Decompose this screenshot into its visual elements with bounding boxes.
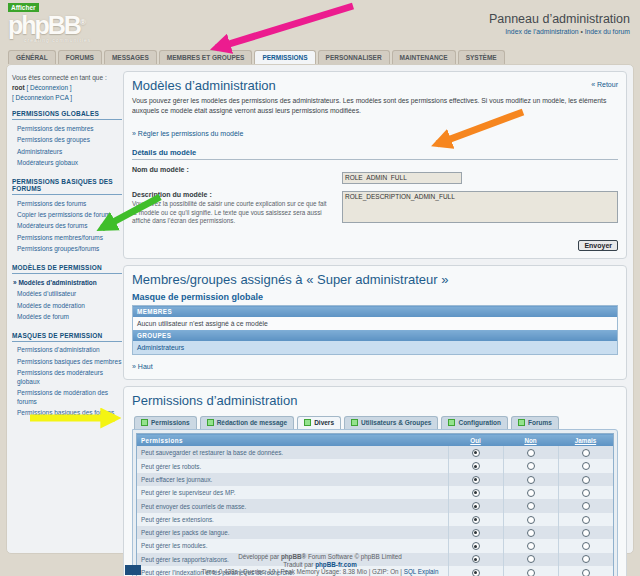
radio-non[interactable] — [527, 542, 535, 550]
sidebar-item-permissions-forums[interactable]: Permissions des forums — [12, 198, 122, 209]
group-administrateurs-link[interactable]: Administrateurs — [133, 341, 618, 355]
ptab-label: Divers — [314, 419, 334, 426]
radio-jamais[interactable] — [582, 489, 590, 497]
role-desc-help: Vous avez la possibilité de saisir une c… — [132, 200, 332, 226]
link-separator: • — [580, 28, 582, 35]
radio-jamais[interactable] — [582, 462, 590, 470]
sidebar-item-permissions-groupes-forums[interactable]: Permissions groupes/forums — [12, 244, 122, 255]
radio-jamais[interactable] — [582, 516, 590, 524]
footer-stats-text: Time: 0.438s | Queries: 10 | Peak Memory… — [201, 568, 403, 575]
radio-oui[interactable] — [472, 529, 480, 537]
role-desc-textarea[interactable]: ROLE_DESCRIPTION_ADMIN_FULL — [342, 191, 618, 223]
table-row: Peut envoyer des courriels de masse. — [137, 499, 614, 512]
table-row: Peut gérer les robots. — [137, 459, 614, 472]
submit-role-details-button[interactable]: Envoyer — [578, 240, 618, 251]
radio-oui[interactable] — [472, 542, 480, 550]
sidebar-section-permission-roles: MODÈLES DE PERMISSION » Modèles d’admini… — [12, 264, 122, 323]
radio-jamais[interactable] — [582, 542, 590, 550]
footer-phpbb-fr-link[interactable]: phpBB-fr.com — [315, 561, 357, 568]
sidebar-section-title: PERMISSIONS GLOBALES — [12, 110, 122, 120]
ptab-redaction[interactable]: Rédaction de message — [200, 416, 294, 429]
footer-phpbb-brand[interactable]: phpBB® — [281, 553, 306, 560]
col-jamais-link[interactable]: Jamais — [575, 437, 596, 444]
tab-forums[interactable]: FORUMS — [58, 50, 102, 64]
radio-jamais[interactable] — [582, 529, 590, 537]
radio-non[interactable] — [527, 516, 535, 524]
radio-oui[interactable] — [472, 476, 480, 484]
ptab-permissions[interactable]: Permissions — [134, 416, 197, 429]
radio-oui[interactable] — [472, 502, 480, 510]
permission-label: Peut gérer les robots. — [137, 459, 449, 472]
tab-membres-et-groupes[interactable]: MEMBRES ET GROUPES — [159, 50, 253, 64]
sidebar-section-title: MASQUES DE PERMISSION — [12, 332, 122, 342]
role-name-input[interactable] — [342, 172, 462, 184]
radio-oui[interactable] — [472, 449, 480, 457]
radio-oui[interactable] — [472, 489, 480, 497]
sidebar-item-permissions-membres[interactable]: Permissions des membres — [12, 123, 122, 134]
sql-explain-link[interactable]: SQL Explain — [404, 568, 439, 575]
sidebar-item-permissions-basiques-membres[interactable]: Permissions basiques des membres — [12, 356, 122, 367]
tab-systeme[interactable]: SYSTÈME — [458, 50, 505, 64]
phpbb-logo-text: phpBB — [8, 11, 80, 39]
forum-index-link[interactable]: Index du forum — [585, 28, 630, 35]
radio-non[interactable] — [527, 449, 535, 457]
ptab-configuration[interactable]: Configuration — [441, 416, 508, 429]
tab-messages[interactable]: MESSAGES — [104, 50, 157, 64]
role-description-row: Description du modèle : Vous avez la pos… — [132, 191, 618, 227]
radio-non[interactable] — [527, 529, 535, 537]
tab-general[interactable]: GÉNÉRAL — [8, 50, 56, 64]
radio-jamais[interactable] — [582, 449, 590, 457]
admin-index-link[interactable]: Index de l’administration — [505, 28, 578, 35]
members-header: MEMBRES — [133, 306, 618, 318]
back-link[interactable]: « Retour — [591, 81, 618, 88]
tab-personnaliser[interactable]: PERSONNALISER — [318, 50, 390, 64]
footer: Développé par phpBB® Forum Software © ph… — [0, 553, 640, 575]
col-non-link[interactable]: Non — [524, 437, 536, 444]
radio-non[interactable] — [527, 462, 535, 470]
sidebar-section-title: PERMISSIONS BASIQUES DES FORUMS — [12, 178, 122, 195]
radio-jamais[interactable] — [582, 476, 590, 484]
radio-non[interactable] — [527, 502, 535, 510]
sidebar-item-modeles-administration[interactable]: » Modèles d’administration — [12, 277, 122, 288]
radio-oui[interactable] — [472, 462, 480, 470]
sidebar-item-administrateurs[interactable]: Administrateurs — [12, 146, 122, 157]
sidebar-item-permissions-basiques-forums[interactable]: Permissions basiques des forums — [12, 408, 122, 419]
main-panel: Vous êtes connecté en tant que : root [ … — [6, 64, 634, 554]
top-link[interactable]: » Haut — [132, 363, 153, 370]
ptab-divers[interactable]: Divers — [297, 416, 341, 429]
sidebar-item-modeles-forum[interactable]: Modèles de forum — [12, 312, 122, 323]
green-square-icon — [518, 419, 525, 426]
ptab-label: Configuration — [458, 419, 501, 426]
sidebar-item-moderateurs-globaux[interactable]: Modérateurs globaux — [12, 158, 122, 169]
col-oui: Oui — [448, 434, 503, 447]
footer-credit-line: Développé par phpBB® Forum Software © ph… — [0, 553, 640, 560]
registered-mark: ® — [80, 18, 86, 27]
sidebar-item-permissions-groupes[interactable]: Permissions des groupes — [12, 135, 122, 146]
set-role-permissions-link[interactable]: » Régler les permissions du modèle — [132, 130, 243, 137]
radio-non[interactable] — [527, 476, 535, 484]
permission-tab-bar: Permissions Rédaction de message Divers … — [134, 416, 618, 429]
radio-oui[interactable] — [472, 516, 480, 524]
phpbb-logo: phpBB® — [8, 11, 86, 40]
sidebar-section-permission-masks: MASQUES DE PERMISSION Permissions d’admi… — [12, 332, 122, 419]
logout-link[interactable]: [ Déconnexion ] — [26, 84, 71, 91]
sidebar-item-permissions-membres-forums[interactable]: Permissions membres/forums — [12, 232, 122, 243]
ptab-utilisateurs-groupes[interactable]: Utilisateurs & Groupes — [344, 416, 438, 429]
sidebar-item-permissions-moderateurs-globaux[interactable]: Permissions des modérateurs globaux — [12, 368, 122, 388]
radio-non[interactable] — [527, 489, 535, 497]
permission-label: Peut gérer les packs de langue. — [137, 526, 449, 539]
permission-label: Peut gérer les extensions. — [137, 513, 449, 526]
tab-permissions[interactable]: PERMISSIONS — [254, 50, 315, 64]
sidebar-item-modeles-moderation[interactable]: Modèles de modération — [12, 300, 122, 311]
sidebar-item-permissions-moderation-forums[interactable]: Permissions de modération des forums — [12, 388, 122, 408]
ptab-forums[interactable]: Forums — [511, 416, 559, 429]
sidebar-item-moderateurs-forums[interactable]: Modérateurs des forums — [12, 221, 122, 232]
sidebar-item-permissions-administration[interactable]: Permissions d’administration — [12, 345, 122, 356]
tab-maintenance[interactable]: MAINTENANCE — [392, 50, 456, 64]
sidebar-item-copier-permissions[interactable]: Copier les permissions de forum — [12, 209, 122, 220]
logout-pca-link[interactable]: [ Déconnexion PCA ] — [12, 94, 72, 101]
col-oui-link[interactable]: Oui — [470, 437, 481, 444]
radio-jamais[interactable] — [582, 502, 590, 510]
sidebar-item-modeles-utilisateur[interactable]: Modèles d’utilisateur — [12, 289, 122, 300]
ptab-label: Rédaction de message — [217, 419, 287, 426]
